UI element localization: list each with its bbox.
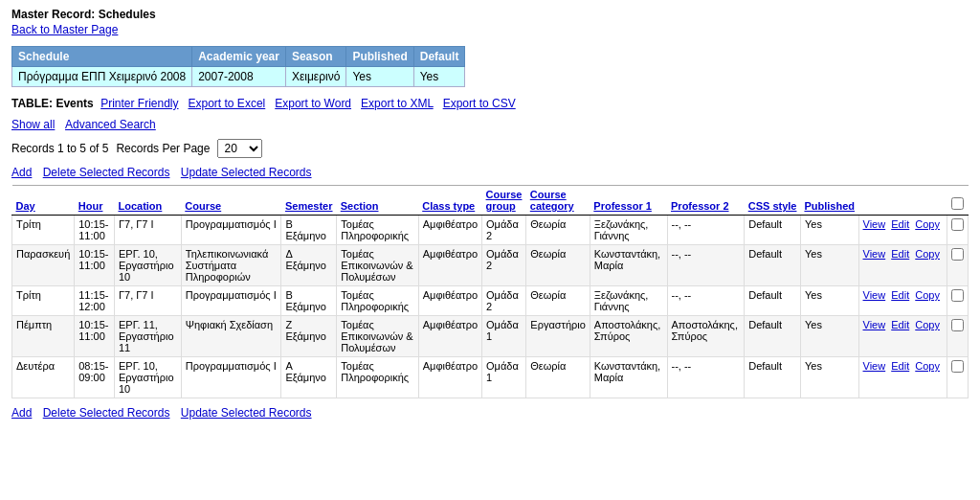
cell-class_type: Αμφιθέατρο <box>418 286 481 316</box>
cell-location: Γ7, Γ7 Ι <box>114 286 181 316</box>
back-to-master-link[interactable]: Back to Master Page <box>11 23 969 36</box>
cell-course_group: Ομάδα 1 <box>482 357 526 398</box>
view-link[interactable]: View <box>863 360 886 372</box>
cell-published: Yes <box>800 357 858 398</box>
copy-link[interactable]: Copy <box>915 319 940 330</box>
records-count: Records 1 to 5 of 5 <box>11 142 108 155</box>
cell-course_group: Ομάδα 1 <box>482 316 526 357</box>
cell-section: Τομέας Πληροφορικής <box>337 357 418 398</box>
row-checkbox[interactable] <box>951 289 964 302</box>
sort-published[interactable]: Published <box>804 200 855 212</box>
top-action-links: Add Delete Selected Records Update Selec… <box>11 166 969 179</box>
cell-semester: Α Εξάμηνο <box>281 357 337 398</box>
bottom-delete-link[interactable]: Delete Selected Records <box>43 406 170 420</box>
copy-link[interactable]: Copy <box>915 289 940 301</box>
cell-published: Yes <box>800 216 858 245</box>
edit-link[interactable]: Edit <box>891 319 909 330</box>
row-checkbox[interactable] <box>951 360 964 373</box>
sort-course-group[interactable]: Coursegroup <box>486 189 523 212</box>
cell-day: Παρασκευή <box>12 245 75 286</box>
col-published: Published <box>346 47 413 67</box>
export-word-link[interactable]: Export to Word <box>275 97 351 110</box>
col-day: Day <box>12 186 75 216</box>
show-all-link[interactable]: Show all <box>11 118 55 131</box>
sort-location[interactable]: Location <box>118 200 162 212</box>
col-academic-year: Academic year <box>192 47 286 67</box>
copy-link[interactable]: Copy <box>915 360 940 372</box>
cell-css_style: Default <box>745 286 801 316</box>
export-xml-link[interactable]: Export to XML <box>361 97 434 110</box>
col-class-type: Class type <box>418 186 481 216</box>
col-checkbox-all[interactable] <box>947 186 969 216</box>
cell-location: ΕΡΓ. 10, Εργαστήριο 10 <box>114 357 181 398</box>
cell-class_type: Αμφιθέατρο <box>418 316 481 357</box>
top-add-link[interactable]: Add <box>11 166 32 179</box>
sort-section[interactable]: Section <box>341 200 379 212</box>
select-all-checkbox[interactable] <box>951 197 964 210</box>
cell-class_type: Αμφιθέατρο <box>418 216 481 245</box>
events-table: Day Hour Location Course Semester Sectio… <box>11 185 969 398</box>
export-links: TABLE: Events Printer Friendly Export to… <box>11 97 969 110</box>
col-schedule: Schedule <box>12 47 192 67</box>
cell-section: Τομέας Επικοινωνών & Πολυμέσων <box>337 245 418 286</box>
top-delete-link[interactable]: Delete Selected Records <box>43 166 170 179</box>
cell-professor2: --, -- <box>667 357 745 398</box>
sort-semester[interactable]: Semester <box>285 200 333 212</box>
view-link[interactable]: View <box>863 248 886 260</box>
cell-course_category: Θεωρία <box>526 357 590 398</box>
cell-semester: Β Εξάμηνο <box>281 286 337 316</box>
schedule-academic-year: 2007-2008 <box>192 67 286 87</box>
cell-css_style: Default <box>745 216 801 245</box>
cell-day: Πέμπτη <box>12 316 75 357</box>
view-link[interactable]: View <box>863 289 886 301</box>
export-csv-link[interactable]: Export to CSV <box>443 97 516 110</box>
edit-link[interactable]: Edit <box>891 289 909 301</box>
sort-class-type[interactable]: Class type <box>422 200 475 212</box>
col-actions <box>858 186 947 216</box>
sort-css-style[interactable]: CSS style <box>748 200 797 212</box>
cell-professor2: --, -- <box>667 216 745 245</box>
edit-link[interactable]: Edit <box>891 248 909 260</box>
cell-hour: 10:15-11:00 <box>75 216 115 245</box>
copy-link[interactable]: Copy <box>915 248 940 260</box>
cell-professor2: --, -- <box>667 245 745 286</box>
row-checkbox[interactable] <box>951 248 964 261</box>
col-course-category: Coursecategory <box>526 186 590 216</box>
cell-professor1: Αποστολάκης, Σπύρος <box>590 316 667 357</box>
top-update-link[interactable]: Update Selected Records <box>181 166 312 179</box>
sort-day[interactable]: Day <box>16 200 35 212</box>
schedule-default: Yes <box>413 67 465 87</box>
cell-semester: Β Εξάμηνο <box>281 216 337 245</box>
sort-course[interactable]: Course <box>185 200 221 212</box>
table-row: Δευτέρα08:15-09:00ΕΡΓ. 10, Εργαστήριο 10… <box>12 357 969 398</box>
cell-semester: Ζ Εξάμηνο <box>281 316 337 357</box>
sort-hour[interactable]: Hour <box>78 200 103 212</box>
row-checkbox[interactable] <box>951 218 964 231</box>
copy-link[interactable]: Copy <box>915 218 940 230</box>
edit-link[interactable]: Edit <box>891 218 909 230</box>
sort-professor2[interactable]: Professor 2 <box>671 200 729 212</box>
row-checkbox[interactable] <box>951 319 964 331</box>
advanced-search-link[interactable]: Advanced Search <box>65 118 156 131</box>
cell-course_category: Θεωρία <box>526 216 590 245</box>
view-link[interactable]: View <box>863 319 886 330</box>
edit-link[interactable]: Edit <box>891 360 909 372</box>
records-per-page-select[interactable]: 10 20 50 100 <box>217 139 262 158</box>
cell-published: Yes <box>800 245 858 286</box>
cell-section: Τομέας Πληροφορικής <box>337 216 418 245</box>
sort-professor1[interactable]: Professor 1 <box>593 200 652 212</box>
row-checkbox-cell <box>947 216 969 245</box>
cell-course: Προγραμματισμός Ι <box>181 286 281 316</box>
sort-course-category[interactable]: Coursecategory <box>530 189 574 212</box>
export-excel-link[interactable]: Export to Excel <box>189 97 266 110</box>
col-css-style: CSS style <box>745 186 801 216</box>
bottom-update-link[interactable]: Update Selected Records <box>181 406 312 420</box>
bottom-add-link[interactable]: Add <box>11 406 32 420</box>
row-checkbox-cell <box>947 316 969 357</box>
view-link[interactable]: View <box>863 218 886 230</box>
schedule-season: Χειμερινό <box>285 67 345 87</box>
cell-professor2: Αποστολάκης, Σπύρος <box>667 316 745 357</box>
printer-friendly-link[interactable]: Printer Friendly <box>100 97 178 110</box>
cell-location: ΕΡΓ. 10, Εργαστήριο 10 <box>114 245 181 286</box>
col-published: Published <box>800 186 858 216</box>
